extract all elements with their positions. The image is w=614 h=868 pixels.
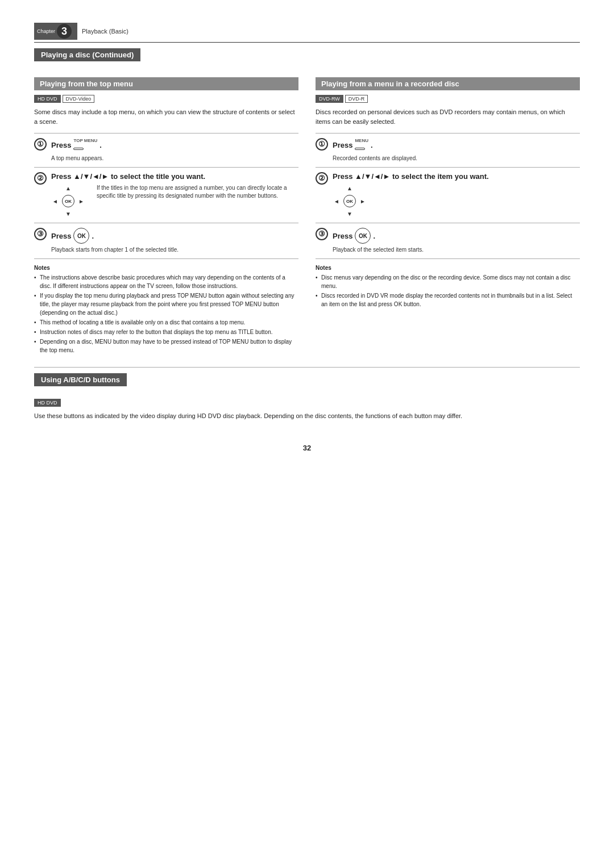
right-notes-list: Disc menus vary depending on the disc or… xyxy=(316,273,580,308)
right-column: Playing from a menu in a recorded disc D… xyxy=(316,77,580,356)
right-section-heading: Playing from a menu in a recorded disc xyxy=(316,77,580,90)
bottom-section-text: Use these buttons as indicated by the vi… xyxy=(34,411,580,421)
left-step-1-content: Press TOP MENU . A top menu appears. xyxy=(51,138,298,162)
right-step-3-sub: Playback of the selected item starts. xyxy=(333,246,580,254)
ok-button-left: OK xyxy=(73,228,89,244)
page-number: 32 xyxy=(34,444,580,452)
top-menu-label: TOP MENU xyxy=(73,138,97,143)
chapter-bar: Chapter 3 Playback (Basic) xyxy=(34,23,580,43)
right-step-1-main: Press MENU . xyxy=(333,138,580,152)
right-dpad-right-arrow: ► xyxy=(360,198,366,205)
left-notes: Notes The instructions above describe ba… xyxy=(34,265,298,354)
right-step-1-num: ① xyxy=(316,138,328,151)
right-badge-row: DVD-RW DVD-R xyxy=(316,95,580,103)
left-note-3: This method of locating a title is avail… xyxy=(34,318,298,327)
chapter-title: Playback (Basic) xyxy=(82,28,128,35)
right-step-3-content: Press OK. Playback of the selected item … xyxy=(333,228,580,254)
left-step-3-content: Press OK. Playback starts from chapter 1… xyxy=(51,228,298,254)
left-step-1-num: ① xyxy=(34,138,47,151)
left-section-heading: Playing from the top menu xyxy=(34,77,298,90)
badge-dvd-video: DVD-Video xyxy=(63,95,95,103)
right-step-1-content: Press MENU . Recorded contents are displ… xyxy=(333,138,580,162)
left-step-2-content: Press ▲/▼/◄/► to select the title you wa… xyxy=(51,172,298,218)
left-dpad-wrap: ▲ ▼ ◄ ► OK If the titles in the top menu… xyxy=(51,184,298,218)
right-notes-title: Notes xyxy=(316,265,580,271)
bottom-section-heading: Using A/B/C/D buttons xyxy=(34,373,127,386)
right-step-2-main: Press ▲/▼/◄/► to select the item you wan… xyxy=(333,172,580,181)
badge-hd-dvd-bottom: HD DVD xyxy=(34,399,61,407)
left-steps: ① Press TOP MENU . A top menu appears. ② xyxy=(34,133,298,259)
right-step-3-main: Press OK. xyxy=(333,228,580,244)
playing-disc-continued-label: Playing a disc (Continued) xyxy=(34,48,140,61)
left-step-3-num: ③ xyxy=(34,228,47,240)
left-notes-list: The instructions above describe basic pr… xyxy=(34,273,298,354)
left-note-5: Depending on a disc, MENU button may hav… xyxy=(34,337,298,354)
left-intro: Some discs may include a top menu, on wh… xyxy=(34,107,298,126)
menu-label: MENU xyxy=(355,138,368,143)
right-step-3: ③ Press OK. Playback of the selected ite… xyxy=(316,223,580,259)
left-note-1: The instructions above describe basic pr… xyxy=(34,273,298,290)
chapter-number: 3 xyxy=(57,24,72,39)
left-step-2-num: ② xyxy=(34,172,47,185)
right-notes: Notes Disc menus vary depending on the d… xyxy=(316,265,580,308)
chapter-label: Chapter 3 xyxy=(34,23,77,40)
dpad-ok-center: OK xyxy=(62,195,74,207)
right-step-2-num: ② xyxy=(316,172,328,185)
bottom-section: Using A/B/C/D buttons HD DVD Use these b… xyxy=(34,367,580,421)
right-step-1: ① Press MENU . Recorded contents are dis… xyxy=(316,133,580,168)
top-menu-button xyxy=(73,148,84,150)
left-step-3-sub: Playback starts from chapter 1 of the se… xyxy=(51,246,298,254)
left-step-2: ② Press ▲/▼/◄/► to select the title you … xyxy=(34,168,298,223)
left-notes-title: Notes xyxy=(34,265,298,271)
right-step-3-num: ③ xyxy=(316,228,328,240)
right-dpad-ok-center: OK xyxy=(343,195,356,207)
left-step-1: ① Press TOP MENU . A top menu appears. xyxy=(34,133,298,168)
two-column-layout: Playing from the top menu HD DVD DVD-Vid… xyxy=(34,77,580,356)
right-steps: ① Press MENU . Recorded contents are dis… xyxy=(316,133,580,259)
dpad-up-arrow: ▲ xyxy=(65,185,71,191)
playing-disc-banner: Playing a disc (Continued) xyxy=(34,48,580,68)
bottom-badge-row: HD DVD xyxy=(34,399,580,407)
right-note-1: Disc menus vary depending on the disc or… xyxy=(316,273,580,290)
left-step-1-sub: A top menu appears. xyxy=(51,155,298,162)
dpad-down-arrow: ▼ xyxy=(65,211,71,217)
right-step-2: ② Press ▲/▼/◄/► to select the item you w… xyxy=(316,168,580,223)
right-dpad: ▲ ▼ ◄ ► OK xyxy=(333,184,367,218)
left-step-3: ③ Press OK. Playback starts from chapter… xyxy=(34,223,298,259)
ok-button-right: OK xyxy=(355,228,371,244)
menu-button xyxy=(355,148,365,150)
left-step-3-main: Press OK. xyxy=(51,228,298,244)
right-dpad-wrap: ▲ ▼ ◄ ► OK xyxy=(333,184,580,218)
left-step-2-main: Press ▲/▼/◄/► to select the title you wa… xyxy=(51,172,298,181)
badge-dvd-r: DVD-R xyxy=(345,95,368,103)
right-step-1-sub: Recorded contents are displayed. xyxy=(333,155,580,162)
right-dpad-down-arrow: ▼ xyxy=(347,211,352,217)
right-dpad-left-arrow: ◄ xyxy=(334,198,339,205)
left-dpad: ▲ ▼ ◄ ► OK xyxy=(51,184,85,218)
right-dpad-up-arrow: ▲ xyxy=(347,185,352,191)
badge-hd-dvd: HD DVD xyxy=(34,95,61,103)
badge-dvd-rw: DVD-RW xyxy=(316,95,343,103)
right-step-2-content: Press ▲/▼/◄/► to select the item you wan… xyxy=(333,172,580,218)
left-column: Playing from the top menu HD DVD DVD-Vid… xyxy=(34,77,298,356)
dpad-right-arrow: ► xyxy=(78,198,84,205)
right-note-2: Discs recorded in DVD VR mode display th… xyxy=(316,291,580,308)
right-intro: Discs recorded on personal devices such … xyxy=(316,107,580,126)
left-note-2: If you display the top menu during playb… xyxy=(34,291,298,317)
dpad-left-arrow: ◄ xyxy=(52,198,58,205)
left-badge-row: HD DVD DVD-Video xyxy=(34,95,298,103)
left-step-1-main: Press TOP MENU . xyxy=(51,138,298,152)
left-note-4: Instruction notes of discs may refer to … xyxy=(34,328,298,336)
left-step-2-note: If the titles in the top menu are assign… xyxy=(97,184,298,218)
